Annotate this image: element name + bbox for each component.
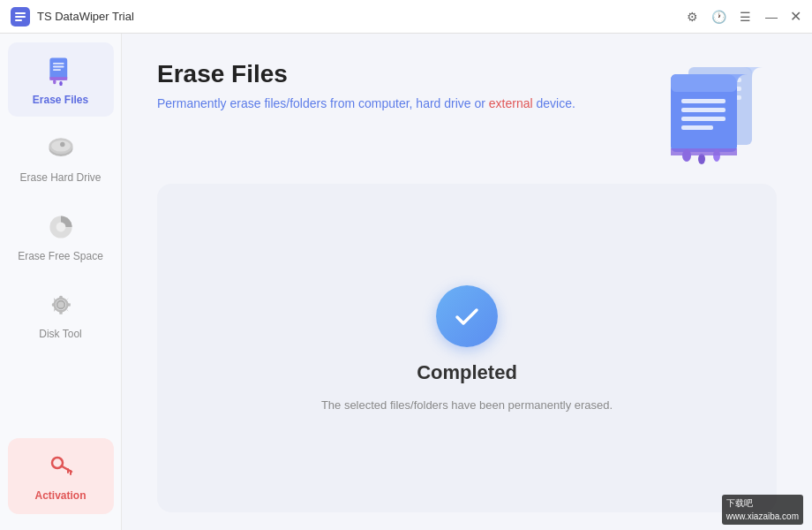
svg-rect-10: [49, 77, 67, 80]
svg-rect-7: [53, 69, 61, 71]
sidebar-label-activation: Activation: [34, 489, 86, 502]
svg-rect-38: [681, 125, 713, 130]
watermark-line1: 下载吧: [726, 496, 799, 510]
completion-subtitle: The selected files/folders have been per…: [321, 398, 613, 412]
clock-icon[interactable]: 🕐: [710, 9, 726, 25]
erase-free-space-icon: [43, 209, 79, 245]
sidebar-item-erase-free-space[interactable]: Erase Free Space: [8, 199, 114, 273]
app-title: TS DataWiper Trial: [37, 10, 134, 23]
watermark-line2: www.xiazaiba.com: [726, 510, 799, 523]
disk-tool-icon: [43, 287, 79, 322]
sidebar-label-erase-hard-drive: Erase Hard Drive: [19, 171, 101, 184]
completion-title: Completed: [417, 361, 517, 384]
sidebar-label-erase-files: Erase Files: [33, 94, 88, 106]
close-button[interactable]: ✕: [790, 8, 801, 25]
svg-rect-22: [52, 303, 56, 307]
page-title: Erase Files: [157, 60, 575, 88]
svg-point-9: [59, 81, 63, 86]
svg-rect-42: [671, 148, 737, 155]
minimize-button[interactable]: —: [763, 9, 779, 25]
content-area: Erase Files Permanently erase files/fold…: [122, 34, 812, 530]
title-bar-controls: ⚙ 🕐 ☰ — ✕: [684, 8, 801, 25]
app-logo: [11, 7, 30, 26]
svg-rect-1: [15, 12, 26, 14]
svg-rect-4: [49, 58, 67, 80]
svg-rect-5: [53, 63, 64, 64]
svg-rect-3: [15, 19, 22, 21]
sidebar-item-erase-hard-drive[interactable]: Erase Hard Drive: [8, 120, 114, 194]
activation-icon: [47, 450, 75, 482]
sidebar-item-activation[interactable]: Activation: [8, 438, 114, 514]
title-bar-left: TS DataWiper Trial: [11, 7, 134, 26]
svg-rect-23: [66, 303, 70, 307]
svg-rect-35: [681, 99, 726, 103]
sidebar-item-disk-tool[interactable]: Disk Tool: [8, 276, 114, 351]
svg-point-14: [60, 142, 64, 147]
svg-rect-37: [681, 117, 726, 121]
svg-rect-2: [15, 16, 26, 18]
content-header: Erase Files Permanently erase files/fold…: [157, 60, 777, 166]
svg-rect-36: [681, 108, 726, 112]
check-circle: [436, 285, 498, 347]
svg-point-19: [57, 302, 64, 308]
hero-illustration: [653, 60, 777, 166]
sidebar-label-erase-free-space: Erase Free Space: [18, 250, 103, 262]
content-header-text: Erase Files Permanently erase files/fold…: [157, 60, 575, 113]
svg-rect-20: [59, 296, 63, 299]
settings-icon[interactable]: ⚙: [684, 9, 700, 25]
sidebar-item-erase-files[interactable]: Erase Files: [8, 42, 114, 117]
sidebar: Erase Files Erase Hard Drive: [0, 34, 122, 530]
erase-hard-drive-icon: [43, 131, 79, 166]
title-bar: TS DataWiper Trial ⚙ 🕐 ☰ — ✕: [0, 0, 812, 34]
page-subtitle: Permanently erase files/folders from com…: [157, 95, 575, 113]
svg-point-16: [56, 222, 65, 231]
watermark: 下载吧 www.xiazaiba.com: [722, 495, 803, 525]
completion-panel: Completed The selected files/folders hav…: [157, 184, 777, 512]
svg-rect-34: [671, 74, 737, 92]
erase-files-icon: [43, 53, 79, 88]
sidebar-label-disk-tool: Disk Tool: [39, 328, 81, 340]
subtitle-highlight: external: [489, 96, 533, 110]
main-container: Erase Files Erase Hard Drive: [0, 34, 812, 530]
svg-rect-21: [59, 310, 63, 314]
svg-rect-6: [53, 66, 64, 68]
menu-icon[interactable]: ☰: [737, 9, 753, 25]
